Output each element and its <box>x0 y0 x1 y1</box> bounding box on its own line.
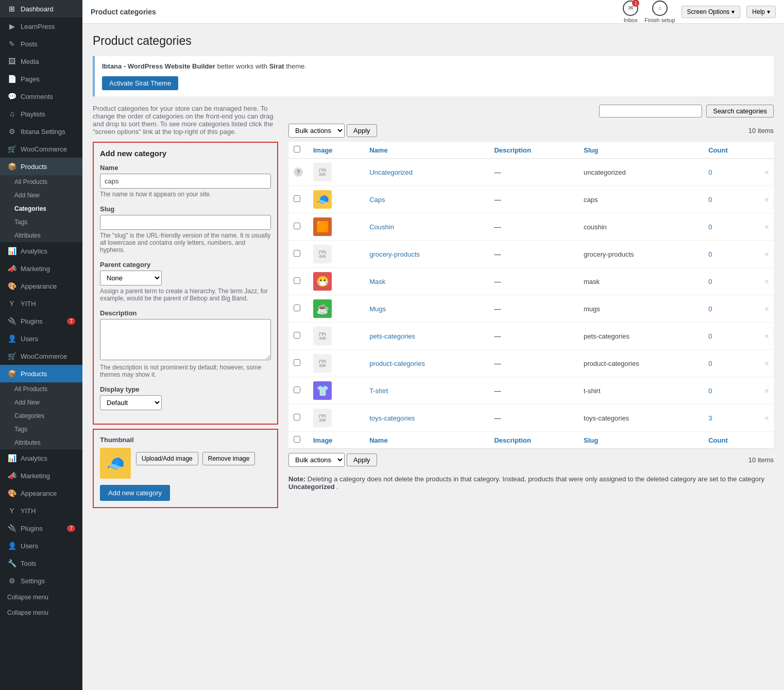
sidebar-item-media[interactable]: 🖼 Media <box>0 53 82 70</box>
name-input[interactable] <box>100 174 271 189</box>
submenu-attributes[interactable]: Attributes <box>0 229 82 242</box>
col-name[interactable]: Name <box>364 142 489 159</box>
drag-handle-toys-categories[interactable]: ≡ <box>764 414 769 422</box>
count-link-grocery-products[interactable]: 0 <box>708 250 712 258</box>
sidebar-item-plugins[interactable]: 🔌 Plugins 7 <box>0 312 82 330</box>
sidebar-item-analytics2[interactable]: 📊 Analytics <box>0 449 82 467</box>
finish-setup-button[interactable]: ○ Finish setup <box>644 1 675 23</box>
search-categories-button[interactable]: Search categories <box>706 105 774 117</box>
sidebar-item-yith[interactable]: Y YITH <box>0 295 82 312</box>
count-link-mugs[interactable]: 0 <box>708 305 712 313</box>
cat-name-link-product-categories[interactable]: product-categories <box>369 360 425 367</box>
select-all-checkbox[interactable] <box>294 146 300 153</box>
cat-name-link-t-shirt[interactable]: T-shirt <box>369 387 388 395</box>
submenu-add-new[interactable]: Add New <box>0 189 82 202</box>
submenu2-tags[interactable]: Tags <box>0 423 82 436</box>
drag-handle-grocery-products[interactable]: ≡ <box>764 250 769 258</box>
sidebar-item-users2[interactable]: 👤 Users <box>0 537 82 554</box>
sidebar-item-products2[interactable]: 📦 Products <box>0 365 82 382</box>
submenu-tags[interactable]: Tags <box>0 215 82 229</box>
col-count[interactable]: Count <box>703 142 759 159</box>
count-link-coushin[interactable]: 0 <box>708 223 712 231</box>
screen-options-button[interactable]: Screen Options ▾ <box>681 6 741 18</box>
sidebar-item-appearance[interactable]: 🎨 Appearance <box>0 277 82 295</box>
collapse-menu[interactable]: Collapse menu <box>0 590 82 605</box>
row-checkbox-coushin[interactable] <box>294 223 300 229</box>
drag-handle-pets-categories[interactable]: ≡ <box>764 332 769 340</box>
sidebar-item-appearance2[interactable]: 🎨 Appearance <box>0 484 82 502</box>
bulk-actions-select-top[interactable]: Bulk actions <box>288 124 345 138</box>
remove-image-button[interactable]: Remove image <box>202 452 255 465</box>
sidebar-item-tools[interactable]: 🔧 Tools <box>0 554 82 572</box>
submenu-all-products[interactable]: All Products <box>0 175 82 189</box>
row-checkbox-pets-categories[interactable] <box>294 332 300 339</box>
help-button[interactable]: Help ▾ <box>746 6 776 18</box>
sidebar-item-pages[interactable]: 📄 Pages <box>0 70 82 88</box>
sidebar-item-plugins2[interactable]: 🔌 Plugins 7 <box>0 519 82 537</box>
count-link-t-shirt[interactable]: 0 <box>708 387 712 395</box>
activate-theme-button[interactable]: Activate Sirat Theme <box>102 76 178 90</box>
count-link-pets-categories[interactable]: 0 <box>708 332 712 340</box>
cat-name-link-grocery-products[interactable]: grocery-products <box>369 250 420 258</box>
apply-button-bottom[interactable]: Apply <box>347 453 377 466</box>
cat-name-link-pets-categories[interactable]: pets-categories <box>369 332 415 340</box>
sidebar-item-woocommerce2[interactable]: 🛒 WooCommerce <box>0 347 82 365</box>
sidebar-item-learnpress[interactable]: ▶ LearnPress <box>0 18 82 35</box>
sidebar-item-yith2[interactable]: Y YITH <box>0 502 82 519</box>
cat-name-link-mask[interactable]: Mask <box>369 278 385 285</box>
drag-handle-product-categories[interactable]: ≡ <box>764 360 769 367</box>
count-link-mask[interactable]: 0 <box>708 278 712 285</box>
apply-button-top[interactable]: Apply <box>347 124 377 137</box>
display-type-select[interactable]: Default Products Subcategories Both <box>100 395 162 410</box>
cat-name-link-uncategorized[interactable]: Uncategorized <box>369 169 413 176</box>
col-description[interactable]: Description <box>489 142 578 159</box>
drag-handle-caps[interactable]: ≡ <box>764 196 769 204</box>
row-checkbox-grocery-products[interactable] <box>294 250 300 257</box>
cat-name-link-toys-categories[interactable]: toys-categories <box>369 414 415 422</box>
drag-handle-uncategorized[interactable]: ≡ <box>764 169 769 176</box>
search-categories-input[interactable] <box>599 105 702 117</box>
add-category-button[interactable]: Add new category <box>100 485 170 501</box>
drag-handle-t-shirt[interactable]: ≡ <box>764 387 769 395</box>
submenu-categories[interactable]: Categories <box>0 202 82 215</box>
bulk-actions-select-bottom[interactable]: Bulk actions <box>288 453 345 467</box>
count-link-uncategorized[interactable]: 0 <box>708 169 712 176</box>
row-checkbox-t-shirt[interactable] <box>294 386 300 393</box>
submenu2-categories[interactable]: Categories <box>0 409 82 423</box>
sidebar-item-users[interactable]: 👤 Users <box>0 330 82 347</box>
cat-name-link-coushin[interactable]: Coushin <box>369 223 394 231</box>
submenu2-all-products[interactable]: All Products <box>0 382 82 396</box>
collapse-menu2[interactable]: Collapse menu <box>0 605 82 620</box>
sidebar-item-posts[interactable]: ✎ Posts <box>0 35 82 53</box>
row-checkbox-mugs[interactable] <box>294 305 300 311</box>
count-link-caps[interactable]: 0 <box>708 196 712 204</box>
cat-name-link-mugs[interactable]: Mugs <box>369 305 386 313</box>
row-checkbox-mask[interactable] <box>294 277 300 284</box>
help-icon[interactable]: ? <box>294 167 303 177</box>
drag-handle-mask[interactable]: ≡ <box>764 278 769 285</box>
sidebar-item-marketing2[interactable]: 📣 Marketing <box>0 467 82 484</box>
sidebar-item-settings[interactable]: ⚙ Settings <box>0 572 82 590</box>
drag-handle-mugs[interactable]: ≡ <box>764 305 769 313</box>
row-checkbox-toys-categories[interactable] <box>294 414 300 420</box>
sidebar-item-playlists[interactable]: ♫ Playlists <box>0 105 82 123</box>
select-all-footer-checkbox[interactable] <box>294 436 300 443</box>
sidebar-item-ibtana[interactable]: ⚙ Ibtana Settings <box>0 123 82 140</box>
sidebar-item-dashboard[interactable]: ⊞ Dashboard <box>0 0 82 18</box>
col-slug[interactable]: Slug <box>578 142 703 159</box>
slug-input[interactable] <box>100 215 271 230</box>
drag-handle-coushin[interactable]: ≡ <box>764 223 769 231</box>
sidebar-item-analytics[interactable]: 📊 Analytics <box>0 242 82 260</box>
inbox-button[interactable]: ✉ 1 Inbox <box>623 1 638 23</box>
upload-image-button[interactable]: Upload/Add image <box>136 452 198 465</box>
count-link-product-categories[interactable]: 0 <box>708 360 712 367</box>
description-textarea[interactable] <box>100 319 271 360</box>
sidebar-item-comments[interactable]: 💬 Comments <box>0 88 82 105</box>
parent-select[interactable]: None <box>100 271 162 285</box>
row-checkbox-caps[interactable] <box>294 195 300 202</box>
submenu2-add-new[interactable]: Add New <box>0 396 82 409</box>
sidebar-item-woocommerce[interactable]: 🛒 WooCommerce <box>0 140 82 158</box>
submenu2-attributes[interactable]: Attributes <box>0 436 82 449</box>
count-link-toys-categories[interactable]: 3 <box>708 414 712 422</box>
row-checkbox-product-categories[interactable] <box>294 359 300 366</box>
